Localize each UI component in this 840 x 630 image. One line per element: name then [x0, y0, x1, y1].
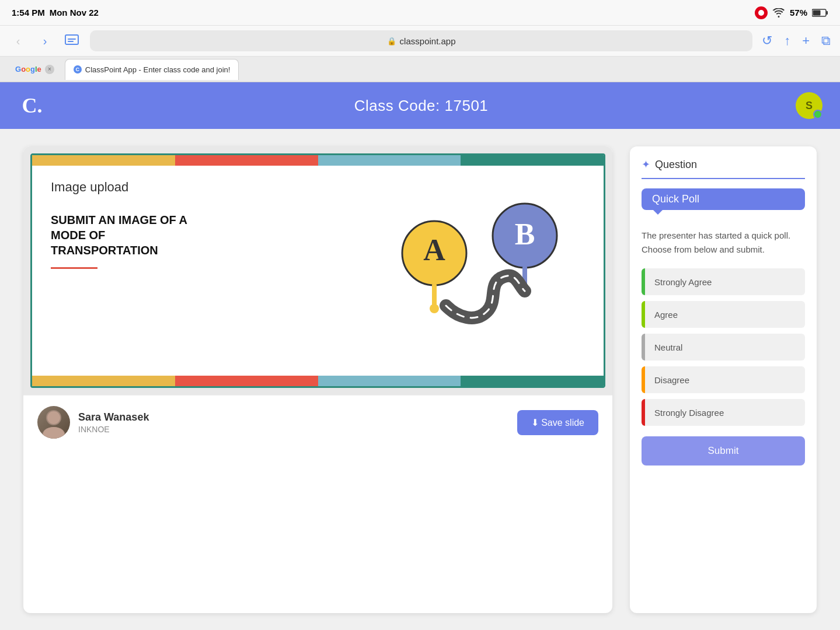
class-code: Class Code: 17501 [354, 97, 489, 115]
svg-rect-2 [827, 11, 828, 15]
tab-close-google[interactable]: × [45, 65, 54, 74]
bookmarks-button[interactable] [63, 32, 81, 50]
main-content: Image upload SUBMIT AN IMAGE OF A MODE O… [0, 129, 840, 630]
svg-rect-1 [813, 10, 821, 15]
battery-level: 57% [790, 8, 807, 18]
poll-option-1[interactable]: Agree [642, 301, 805, 328]
presenter-avatar [37, 406, 70, 439]
reload-button[interactable]: ↺ [762, 33, 772, 48]
status-time: 1:54 PM [12, 8, 45, 18]
svg-text:A: A [423, 233, 445, 267]
slide-subtitle: SUBMIT AN IMAGE OF A MODE OF TRANSPORTAT… [51, 212, 197, 258]
tab-classpoint[interactable]: C ClassPoint App - Enter class code and … [65, 59, 239, 80]
slide-bottom: Sara Wanasek INKNOE ⬇ Save slide [23, 395, 612, 449]
tab-bar: Google × C ClassPoint App - Enter class … [0, 57, 840, 82]
color-seg-b2 [175, 376, 318, 386]
color-seg-1 [32, 155, 175, 166]
option-text-0: Strongly Agree [645, 277, 721, 287]
status-bar: 1:54 PM Mon Nov 22 57% [0, 0, 840, 26]
browser-actions: ↺ ↑ + ⧉ [762, 33, 831, 48]
poll-description: The presenter has started a quick poll. … [642, 229, 805, 257]
presenter-avatar-img [37, 406, 70, 439]
address-text: classpoint.app [400, 36, 456, 46]
cp-logo: C. [18, 91, 47, 120]
forward-button[interactable]: › [36, 32, 54, 50]
road-illustration: A B [370, 183, 592, 335]
color-seg-b4 [461, 376, 604, 386]
color-bar-top [32, 155, 604, 166]
presenter-details: Sara Wanasek INKNOE [78, 411, 149, 434]
slide-frame: Image upload SUBMIT AN IMAGE OF A MODE O… [23, 146, 612, 395]
presenter-name: Sara Wanasek [78, 411, 149, 424]
slide-content: Image upload SUBMIT AN IMAGE OF A MODE O… [32, 166, 604, 376]
tab-switcher-button[interactable]: ⧉ [821, 33, 831, 48]
tab-google[interactable]: Google × [7, 59, 62, 80]
option-text-1: Agree [645, 310, 687, 320]
poll-option-2[interactable]: Neutral [642, 334, 805, 360]
road-svg: A B [370, 183, 592, 335]
presenter-org: INKNOE [78, 425, 149, 434]
classpoint-favicon: C [74, 65, 82, 74]
color-seg-b3 [318, 376, 461, 386]
back-button[interactable]: ‹ [9, 32, 27, 50]
question-tab[interactable]: ✦ Question [642, 158, 805, 179]
right-panel: ✦ Question Quick Poll The presenter has … [630, 146, 817, 613]
poll-options: Strongly AgreeAgreeNeutralDisagreeStrong… [642, 268, 805, 432]
option-text-2: Neutral [645, 342, 692, 352]
status-date: Mon Nov 22 [50, 8, 99, 18]
share-button[interactable]: ↑ [784, 33, 790, 48]
puzzle-icon: ✦ [642, 158, 650, 171]
submit-button[interactable]: Submit [642, 436, 805, 466]
color-bar-bottom [32, 376, 604, 386]
record-icon [755, 6, 768, 19]
option-text-3: Disagree [645, 375, 699, 385]
question-label: Question [655, 159, 697, 171]
poll-option-0[interactable]: Strongly Agree [642, 268, 805, 295]
slide-panel: Image upload SUBMIT AN IMAGE OF A MODE O… [23, 146, 612, 613]
slide-border: Image upload SUBMIT AN IMAGE OF A MODE O… [30, 153, 605, 388]
svg-point-12 [47, 411, 60, 424]
cp-logo-text: C. [22, 93, 43, 118]
classpoint-tab-label: ClassPoint App - Enter class code and jo… [85, 65, 231, 74]
app-header: C. Class Code: 17501 S [0, 82, 840, 129]
svg-point-5 [430, 304, 439, 313]
wifi-icon [772, 8, 785, 18]
presenter-info: Sara Wanasek INKNOE [37, 406, 149, 439]
address-bar[interactable]: 🔒 classpoint.app [90, 30, 752, 51]
lock-icon: 🔒 [387, 37, 396, 46]
color-seg-3 [318, 155, 461, 166]
svg-text:B: B [515, 218, 535, 251]
save-slide-button[interactable]: ⬇ Save slide [517, 410, 598, 435]
poll-option-3[interactable]: Disagree [642, 366, 805, 393]
battery-icon [812, 9, 828, 17]
quick-poll-badge: Quick Poll [642, 188, 805, 210]
poll-option-4[interactable]: Strongly Disagree [642, 399, 805, 426]
new-tab-button[interactable]: + [802, 33, 810, 48]
google-logo: Google [15, 65, 41, 74]
user-avatar[interactable]: S [796, 92, 822, 119]
color-seg-4 [461, 155, 604, 166]
color-seg-2 [175, 155, 318, 166]
slide-underline [51, 267, 97, 269]
option-text-4: Strongly Disagree [645, 408, 733, 418]
svg-point-13 [43, 427, 64, 439]
browser-chrome: ‹ › 🔒 classpoint.app ↺ ↑ + ⧉ [0, 26, 840, 57]
color-seg-b1 [32, 376, 175, 386]
